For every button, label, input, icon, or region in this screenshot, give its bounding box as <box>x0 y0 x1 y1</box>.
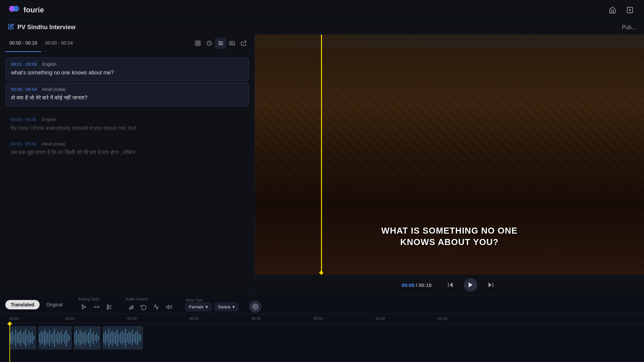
header-right <box>606 4 636 16</box>
waveform-clip-3[interactable] <box>74 326 101 350</box>
svg-rect-39 <box>23 331 24 344</box>
subtitle-text-3: By now I think everybody should know abo… <box>11 124 244 132</box>
svg-rect-6 <box>199 41 200 43</box>
rewind-button[interactable] <box>444 278 457 292</box>
svg-marker-20 <box>488 283 491 288</box>
svg-rect-70 <box>83 333 84 343</box>
svg-rect-40 <box>25 329 26 347</box>
cursor-tool-button[interactable] <box>78 302 89 312</box>
tab-time-range-2[interactable]: 00:00 - 00:04 <box>41 35 77 52</box>
svg-rect-83 <box>108 329 109 347</box>
add-button[interactable] <box>624 4 636 16</box>
scissors-tool-button[interactable] <box>104 302 115 312</box>
svg-rect-85 <box>112 330 113 346</box>
clip-gap-1 <box>37 326 38 350</box>
svg-rect-36 <box>18 332 19 344</box>
main-content: 00:00 - 00:18 00:00 - 00:04 <box>0 35 644 295</box>
chevron-down-icon: ▾ <box>232 304 235 309</box>
timeline-ruler: 00:00 00:10 00:20 00:30 00:40 00:50 01:0… <box>0 314 644 323</box>
original-tab[interactable]: Original <box>41 300 68 309</box>
subtitle-text-1: what's something no one knows about me? <box>11 69 244 77</box>
svg-rect-66 <box>76 330 77 346</box>
svg-rect-68 <box>79 329 80 346</box>
video-player: WHAT IS SOMETHING NO ONE KNOWS ABOUT YOU… <box>255 35 644 275</box>
timeline-playhead <box>9 323 10 362</box>
waveform-clip-1[interactable] <box>9 326 36 350</box>
extra-option-button[interactable] <box>249 301 261 313</box>
audio-music-button[interactable] <box>125 302 136 312</box>
svg-rect-97 <box>132 330 133 346</box>
bottom-panel: Translated Original Editing Tools <box>0 295 644 362</box>
svg-rect-93 <box>125 329 126 347</box>
svg-rect-44 <box>32 332 33 344</box>
video-controls: 00:00 / 00:18 <box>255 275 644 295</box>
svg-rect-32 <box>12 331 13 345</box>
audio-wave-button[interactable] <box>151 302 162 312</box>
subtitle-time-4: 00:03 - 00:08 <box>11 141 37 146</box>
waveform-clip-2[interactable] <box>38 326 72 350</box>
clock-button[interactable] <box>204 38 215 49</box>
ruler-mark-7: 01:10 <box>438 316 447 320</box>
svg-rect-80 <box>103 333 104 343</box>
svg-rect-78 <box>96 333 97 343</box>
grid-view-button[interactable] <box>192 38 204 49</box>
voice-type-group: Voice Type Female ▾ Swara ▾ <box>185 298 238 311</box>
caption-button[interactable] <box>226 38 238 49</box>
voice-swara-select[interactable]: Swara ▾ <box>214 303 238 311</box>
subtitle-block-4[interactable]: 00:03 - 00:08 Hindi (India) अब तक मुझे ल… <box>5 137 249 161</box>
audio-control-icons <box>125 302 174 312</box>
svg-rect-41 <box>27 334 28 342</box>
video-playhead <box>321 35 322 275</box>
resize-tool-button[interactable] <box>91 302 102 312</box>
editing-tools-group: Editing Tools <box>78 297 115 312</box>
svg-rect-94 <box>127 334 128 342</box>
export-button[interactable] <box>238 38 249 49</box>
svg-rect-69 <box>81 331 82 344</box>
app-name: fourie <box>23 6 44 14</box>
svg-rect-38 <box>22 334 23 342</box>
audio-volume-button[interactable] <box>164 302 174 312</box>
svg-rect-92 <box>123 333 124 343</box>
waveform-clip-4[interactable] <box>103 326 143 350</box>
play-button[interactable] <box>464 278 477 292</box>
ruler-mark-3: 00:30 <box>190 316 199 320</box>
voice-female-select[interactable]: Female ▾ <box>185 303 211 311</box>
tabs-row: 00:00 - 00:18 00:00 - 00:04 <box>0 35 255 52</box>
svg-rect-62 <box>66 329 67 346</box>
home-button[interactable] <box>606 4 619 16</box>
list-view-button[interactable] <box>215 38 226 49</box>
audio-control-label: Audio Control <box>125 297 174 301</box>
audio-undo-button[interactable] <box>138 302 149 312</box>
timeline-toolbar: Translated Original Editing Tools <box>0 295 644 314</box>
logo-icon <box>8 4 20 16</box>
subtitle-meta-4: 00:03 - 00:08 Hindi (India) <box>11 141 244 146</box>
svg-rect-47 <box>41 331 42 345</box>
svg-point-30 <box>254 306 256 307</box>
svg-rect-48 <box>42 332 43 344</box>
subtitle-time-1: 00:01 - 00:03 <box>11 62 37 67</box>
svg-rect-64 <box>69 336 70 340</box>
tab-time-range-1[interactable]: 00:00 - 00:18 <box>5 35 41 52</box>
subtitle-block-3[interactable]: 00:03 - 00:06 English By now I think eve… <box>5 113 249 136</box>
subtitle-block-2[interactable]: 00:00 - 00:04 Hindi (India) वो क्या है ज… <box>5 82 249 106</box>
fast-forward-button[interactable] <box>484 278 497 292</box>
project-bar: PV Sindhu Interview Pub... <box>0 20 644 35</box>
svg-rect-58 <box>59 333 60 343</box>
subtitle-text-4: अब तक मुझे लगता है कि हर किसी को मेरे बा… <box>11 148 244 157</box>
voice-selects: Female ▾ Swara ▾ <box>185 303 238 311</box>
ruler-mark-0: 00:00 <box>9 316 19 320</box>
svg-rect-73 <box>88 332 89 344</box>
svg-rect-59 <box>61 331 62 345</box>
right-panel: WHAT IS SOMETHING NO ONE KNOWS ABOUT YOU… <box>255 35 644 295</box>
current-time: 00:00 / 00:18 <box>401 282 431 288</box>
svg-rect-7 <box>196 44 197 45</box>
svg-rect-52 <box>49 330 50 346</box>
subtitle-block-1[interactable]: 00:01 - 00:03 English what's something n… <box>5 57 249 81</box>
svg-rect-13 <box>230 41 235 45</box>
video-container: WHAT IS SOMETHING NO ONE KNOWS ABOUT YOU… <box>255 35 644 275</box>
editing-tools-label: Editing Tools <box>78 297 115 301</box>
svg-rect-8 <box>199 44 200 45</box>
publish-button[interactable]: Pub... <box>622 24 636 31</box>
translated-tab[interactable]: Translated <box>5 300 40 309</box>
svg-rect-84 <box>110 332 111 344</box>
